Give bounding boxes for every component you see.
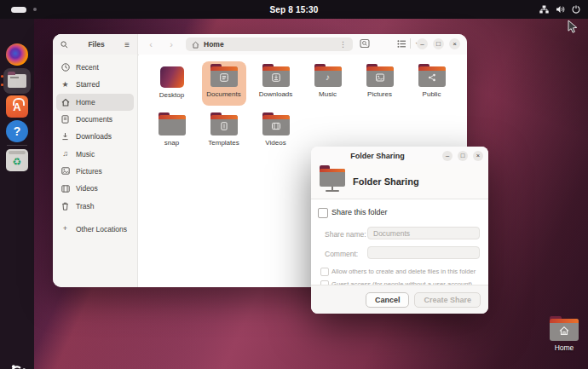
files-app-icon[interactable]: [3, 68, 31, 94]
maximize-button[interactable]: □: [433, 38, 444, 49]
picture-icon: [61, 167, 70, 175]
video-emblem-icon: [271, 122, 280, 130]
top-bar: Sep 8 15:30: [0, 0, 588, 19]
network-icon: [539, 5, 549, 14]
document-emblem-icon: [219, 73, 228, 83]
hamburger-menu-icon[interactable]: ≡: [124, 40, 130, 49]
system-tray[interactable]: [539, 0, 580, 19]
search-folder-icon[interactable]: [360, 38, 370, 49]
app-center-letter: A: [13, 101, 20, 113]
sidebar-item-label: Music: [76, 150, 95, 159]
clock[interactable]: Sep 8 15:30: [0, 0, 588, 19]
sidebar-item-label: Pictures: [76, 167, 102, 176]
folder-icon: [418, 66, 446, 87]
question-mark-icon: ?: [14, 124, 21, 138]
sidebar-item-starred[interactable]: ★ Starred: [56, 76, 134, 93]
download-emblem-icon: [271, 73, 280, 83]
sidebar-item-label: Recent: [76, 63, 99, 72]
share-this-folder-checkbox[interactable]: [318, 208, 328, 218]
sidebar-item-documents[interactable]: Documents: [56, 111, 134, 128]
comment-label: Comment:: [325, 250, 358, 258]
close-button[interactable]: ×: [473, 151, 483, 161]
files-sidebar: Recent ★ Starred Home Documents Download…: [53, 55, 138, 287]
document-icon: [61, 115, 70, 124]
file-item-public[interactable]: Public: [410, 61, 454, 106]
sidebar-item-music[interactable]: ♫ Music: [56, 145, 134, 162]
sidebar-item-trash[interactable]: Trash: [56, 197, 134, 214]
desktop-home-icon[interactable]: Home: [545, 319, 583, 352]
picture-emblem-icon: [375, 73, 384, 82]
file-label: Pictures: [367, 90, 392, 98]
sidebar-item-label: Downloads: [76, 132, 112, 141]
comment-input[interactable]: [367, 246, 480, 259]
file-item-downloads[interactable]: Downloads: [254, 61, 298, 106]
file-label: Desktop: [159, 91, 184, 99]
back-button[interactable]: ‹: [145, 38, 157, 50]
dialog-title: Folder Sharing: [311, 147, 444, 164]
sidebar-item-downloads[interactable]: Downloads: [56, 128, 134, 145]
share-name-input[interactable]: [367, 227, 480, 239]
sidebar-item-label: Home: [76, 98, 95, 107]
folder-icon: [8, 74, 26, 88]
sidebar-spacer: [53, 215, 137, 221]
trash-dock-icon[interactable]: ♻: [6, 149, 28, 171]
folder-icon: [262, 115, 290, 135]
file-item-videos[interactable]: Videos: [254, 110, 298, 154]
cancel-button[interactable]: Cancel: [366, 292, 410, 308]
dock-separator: [7, 145, 27, 146]
mouse-cursor: [568, 20, 579, 34]
minimize-button[interactable]: –: [442, 151, 453, 161]
folder-sharing-dialog: Folder Sharing – □ × Folder Sharing Shar…: [311, 147, 488, 314]
create-share-button[interactable]: Create Share: [414, 292, 481, 308]
sidebar-item-pictures[interactable]: Pictures: [56, 163, 134, 180]
desktop-icon-label: Home: [555, 343, 574, 352]
file-item-templates[interactable]: Templates: [202, 110, 246, 154]
running-indicator-dot: [1, 75, 3, 78]
folder-icon: [366, 66, 394, 87]
file-item-snap[interactable]: snap: [150, 110, 194, 154]
video-icon: [61, 185, 70, 193]
help-icon[interactable]: ?: [6, 120, 28, 142]
file-label: snap: [164, 139, 179, 147]
files-headerbar[interactable]: Files ≡ ‹ › Home ⋮ ⌄ – □ ×: [53, 34, 467, 55]
file-item-desktop[interactable]: Desktop: [150, 61, 194, 106]
dialog-footer: Cancel Create Share: [311, 285, 488, 314]
file-label: Downloads: [259, 90, 293, 98]
allow-others-checkbox[interactable]: [320, 268, 329, 276]
dialog-titlebar[interactable]: Folder Sharing – □ ×: [311, 147, 488, 164]
allow-others-label: Allow others to create and delete files …: [331, 268, 476, 275]
share-this-folder-label: Share this folder: [331, 208, 388, 216]
file-item-pictures[interactable]: Pictures: [358, 61, 402, 106]
minimize-button[interactable]: –: [417, 38, 428, 49]
location-menu-icon[interactable]: ⋮: [339, 40, 347, 49]
sidebar-item-label: Documents: [76, 115, 112, 124]
sidebar-item-recent[interactable]: Recent: [56, 59, 134, 76]
folder-icon: ♪: [314, 66, 342, 87]
sidebar-item-label: Trash: [76, 202, 94, 210]
file-item-documents[interactable]: Documents: [202, 61, 246, 106]
path-bar[interactable]: Home ⋮: [186, 37, 353, 51]
folder-icon: [550, 319, 579, 341]
dialog-heading: Folder Sharing: [353, 176, 419, 187]
maximize-button[interactable]: □: [458, 151, 468, 161]
music-emblem-icon: ♪: [326, 73, 330, 82]
file-label: Music: [319, 90, 337, 98]
close-button[interactable]: ×: [449, 38, 460, 49]
sidebar-item-videos[interactable]: Videos: [56, 180, 134, 197]
file-label: Videos: [265, 139, 285, 147]
folder-icon: [210, 115, 238, 135]
volume-icon: [556, 5, 565, 14]
forward-button[interactable]: ›: [165, 38, 177, 50]
firefox-icon[interactable]: [6, 43, 28, 66]
file-item-music[interactable]: ♪ Music: [306, 61, 350, 106]
sidebar-item-other-locations[interactable]: + Other Locations: [56, 221, 134, 238]
sidebar-item-home[interactable]: Home: [56, 94, 134, 111]
folder-icon: [262, 66, 290, 87]
ubuntu-logo-icon[interactable]: [8, 363, 26, 369]
app-center-icon[interactable]: A: [6, 95, 28, 118]
dialog-header: Folder Sharing: [311, 164, 488, 199]
share-emblem-icon: [427, 73, 436, 83]
search-icon[interactable]: [61, 41, 68, 49]
file-grid: Desktop Documents Downloads ♪: [146, 61, 464, 159]
sidebar-item-label: Starred: [76, 80, 100, 89]
